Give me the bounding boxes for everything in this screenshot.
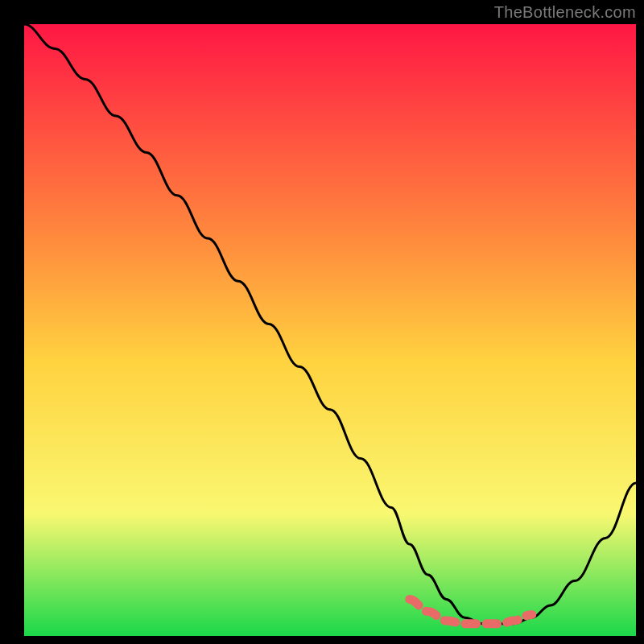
bottleneck-curve-chart [0, 0, 644, 644]
watermark-text: TheBottleneck.com [494, 3, 636, 22]
plot-group [24, 24, 636, 636]
chart-stage: TheBottleneck.com [0, 0, 644, 644]
